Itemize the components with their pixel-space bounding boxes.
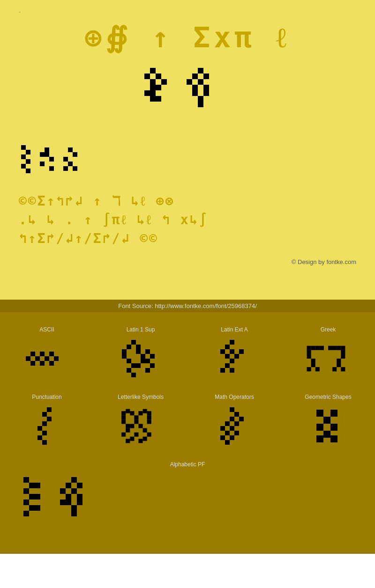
latin1sup-glyph [117, 338, 164, 380]
svg-rect-96 [337, 359, 341, 363]
svg-rect-102 [341, 367, 345, 371]
svg-rect-46 [35, 356, 40, 361]
svg-rect-174 [77, 500, 82, 505]
svg-rect-90 [341, 346, 345, 350]
mathops-label: Math Operators [215, 394, 254, 400]
svg-rect-113 [130, 411, 134, 415]
punctuation-label: Punctuation [32, 394, 61, 400]
grid-row-2: Punctuation Letterlike Symbols [0, 389, 375, 452]
svg-rect-78 [234, 354, 239, 359]
greek-glyph [305, 338, 352, 380]
svg-rect-24 [26, 150, 30, 154]
grid-cell-punctuation: Punctuation [0, 389, 94, 452]
svg-text:↰↑Σ↱/↲↑/Σ↱/↲ ©©: ↰↑Σ↱/↲↑/Σ↱/↲ ©© [19, 231, 158, 246]
svg-rect-92 [341, 350, 345, 354]
svg-rect-155 [330, 435, 338, 442]
svg-rect-147 [225, 440, 230, 445]
svg-rect-123 [126, 424, 130, 428]
svg-rect-62 [127, 359, 131, 363]
svg-rect-84 [311, 346, 315, 350]
svg-rect-145 [220, 426, 225, 431]
svg-rect-76 [225, 354, 230, 359]
svg-rect-25 [21, 154, 26, 159]
svg-rect-88 [332, 346, 337, 350]
svg-rect-152 [330, 424, 338, 431]
svg-rect-33 [40, 162, 45, 166]
svg-rect-87 [328, 346, 332, 350]
svg-rect-37 [63, 157, 68, 162]
svg-rect-118 [121, 415, 126, 419]
svg-rect-63 [131, 363, 136, 368]
svg-rect-162 [23, 511, 29, 516]
svg-rect-50 [54, 356, 59, 361]
svg-rect-44 [26, 356, 30, 361]
svg-rect-12 [192, 74, 198, 79]
top-section: ◦ ⊕∯ ↑ Σxπ ℓ [0, 0, 375, 300]
svg-rect-159 [29, 494, 35, 500]
svg-rect-177 [60, 500, 66, 505]
svg-rect-73 [225, 345, 230, 349]
svg-rect-169 [66, 494, 71, 500]
svg-rect-164 [35, 494, 40, 500]
bottom-section: ASCII Latin 1 Sup [0, 312, 375, 554]
svg-rect-94 [341, 354, 345, 359]
svg-rect-131 [130, 437, 134, 441]
svg-rect-11 [161, 79, 167, 85]
svg-rect-13 [198, 68, 203, 74]
svg-rect-71 [145, 368, 150, 373]
decorative-top-line: ⊕∯ ↑ Σxπ ℓ [19, 17, 356, 56]
svg-rect-111 [121, 411, 126, 415]
svg-rect-142 [225, 431, 230, 435]
svg-rect-97 [311, 363, 315, 367]
svg-rect-55 [136, 345, 141, 349]
svg-rect-3 [144, 74, 150, 79]
svg-rect-154 [316, 435, 323, 442]
svg-rect-122 [147, 419, 151, 424]
svg-rect-22 [187, 79, 192, 85]
svg-rect-36 [73, 152, 77, 157]
latin1sup-label: Latin 1 Sup [127, 326, 155, 333]
svg-text:©©Σ↑↰↱↲  ↑  ℸ  ↳ℓ  ⊕⊗: ©©Σ↑↰↱↲ ↑ ℸ ↳ℓ ⊕⊗ [19, 193, 174, 209]
svg-rect-156 [23, 477, 29, 483]
svg-rect-79 [239, 349, 244, 354]
svg-rect-16 [198, 79, 203, 85]
svg-rect-57 [122, 349, 127, 354]
svg-rect-137 [230, 417, 234, 421]
svg-rect-124 [130, 424, 134, 428]
svg-rect-60 [122, 354, 127, 359]
latinexta-label: Latin Ext A [221, 326, 248, 333]
svg-rect-119 [147, 415, 151, 419]
svg-rect-51 [30, 361, 35, 366]
svg-rect-114 [134, 415, 138, 419]
svg-rect-116 [143, 409, 147, 413]
svg-rect-103 [47, 407, 52, 412]
svg-rect-65 [127, 368, 131, 373]
letterlike-label: Letterlike Symbols [118, 394, 164, 400]
svg-rect-151 [316, 424, 323, 431]
svg-rect-75 [220, 349, 225, 354]
svg-rect-89 [337, 346, 341, 350]
svg-rect-34 [49, 166, 54, 171]
svg-rect-9 [156, 96, 161, 102]
svg-rect-1 [150, 68, 156, 74]
punctuation-glyph [23, 405, 70, 447]
greek-label: Greek [321, 326, 336, 333]
svg-rect-14 [203, 74, 209, 79]
svg-rect-99 [307, 367, 311, 371]
svg-rect-95 [311, 359, 315, 363]
svg-text:.↳ ↳ . ↑  ∫πℓ  ↳ℓ ↰ x↳∫: .↳ ↳ . ↑ ∫πℓ ↳ℓ ↰ x↳∫ [19, 212, 208, 228]
svg-text:⊕∯  ↑ Σxπ  ℓ: ⊕∯ ↑ Σxπ ℓ [85, 21, 290, 54]
svg-rect-104 [42, 412, 47, 417]
svg-rect-27 [21, 164, 26, 169]
svg-rect-56 [127, 345, 131, 349]
svg-rect-130 [147, 433, 151, 437]
svg-rect-53 [49, 361, 54, 366]
grid-cell-greek: Greek [281, 322, 375, 384]
svg-rect-136 [234, 412, 239, 417]
svg-rect-59 [141, 354, 145, 359]
svg-rect-93 [307, 354, 311, 359]
svg-rect-40 [63, 166, 68, 171]
svg-rect-39 [73, 166, 77, 171]
svg-rect-163 [35, 483, 40, 488]
svg-rect-141 [239, 417, 244, 421]
